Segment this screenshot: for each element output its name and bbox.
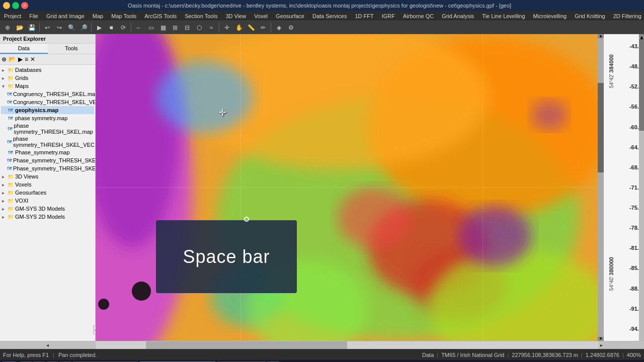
toolbar-btn-3d[interactable]: ◈ bbox=[273, 22, 284, 33]
scrollbar-vertical[interactable]: ▲ ▼ bbox=[598, 34, 604, 341]
pan-text: Pan completed. bbox=[58, 352, 97, 358]
scrollbar-h-thumb[interactable] bbox=[146, 341, 347, 349]
toolbar-btn-wave[interactable]: ≈ bbox=[206, 22, 217, 33]
menu-igrf[interactable]: IGRF bbox=[378, 12, 399, 20]
tree-label-phase1: phase symmetry.map bbox=[15, 115, 67, 121]
menu-airborne[interactable]: Airborne QC bbox=[399, 12, 438, 20]
tree-phase4[interactable]: 🗺 Phase_symmetry.map bbox=[1, 148, 94, 156]
title-bar: − □ ✕ Oasis montaj - c:\users\becky.bodg… bbox=[0, 0, 644, 11]
maximize-button[interactable]: □ bbox=[12, 2, 19, 9]
toolbar-btn-zoomout[interactable]: 🔎 bbox=[78, 22, 89, 33]
toolbar-btn-save[interactable]: 💾 bbox=[26, 22, 37, 33]
menu-file[interactable]: File bbox=[25, 12, 42, 20]
scrollbar-right-panel[interactable]: ▲ bbox=[639, 34, 644, 341]
svg-point-13 bbox=[458, 206, 531, 266]
scrollbar-down[interactable]: ▼ bbox=[598, 337, 604, 341]
tree-phase3[interactable]: 🗺 phase symmetry_THRESH_SKEL_VEC... bbox=[1, 135, 94, 148]
tree-phase6[interactable]: 🗺 Phase_symmetry_THRESH_SKEL_VEC... bbox=[1, 164, 94, 172]
menu-3dview[interactable]: 3D View bbox=[221, 12, 250, 20]
tree-phase5[interactable]: 🗺 Phase_symmetry_THRESH_SKEL.map bbox=[1, 156, 94, 164]
toolbar-btn-select[interactable]: ▭ bbox=[145, 22, 156, 33]
panel-toolbar-add[interactable]: ⊕ bbox=[1, 55, 7, 63]
tree-geosurfaces[interactable]: ▸ 📁 Geosurfaces bbox=[1, 189, 94, 197]
tree-geophysics[interactable]: 🗺 geophysics.map bbox=[1, 106, 94, 114]
tree-grids[interactable]: ▸ 📁 Grids bbox=[1, 74, 94, 82]
menu-2d-filtering[interactable]: 2D Filtering bbox=[609, 12, 644, 20]
menu-grid-analysis[interactable]: Grid Analysis bbox=[438, 12, 478, 20]
menu-grid-knitting[interactable]: Grid Knitting bbox=[571, 12, 609, 20]
menu-geosurface[interactable]: Geosurface bbox=[272, 12, 308, 20]
tree-label-congruency1: Congruency_THRESH_SKEL.map bbox=[13, 91, 95, 97]
toolbar-sep-5 bbox=[271, 23, 271, 32]
toolbar-btn-export[interactable]: ⬡ bbox=[194, 22, 205, 33]
toolbar-btn-grid[interactable]: ▦ bbox=[157, 22, 169, 33]
toolbar-btn-options[interactable]: ⚙ bbox=[285, 22, 296, 33]
tree-maps[interactable]: ▾ 📁 Maps bbox=[1, 82, 94, 90]
tree-voxi[interactable]: ▸ 📁 VOXI bbox=[1, 197, 94, 205]
toolbar-btn-undo[interactable]: ↩ bbox=[42, 22, 53, 33]
toolbar-btn-remove[interactable]: ⊟ bbox=[182, 22, 193, 33]
menu-1dfft[interactable]: 1D FFT bbox=[351, 12, 377, 20]
tree-phase2[interactable]: 🗺 phase symmetry_THRESH_SKEL.map bbox=[1, 122, 94, 135]
toolbar-btn-add[interactable]: ⊞ bbox=[170, 22, 181, 33]
panel-toolbar-close[interactable]: ✕ bbox=[30, 55, 36, 63]
menu-voxel[interactable]: Voxel bbox=[250, 12, 272, 20]
minimize-button[interactable]: − bbox=[3, 2, 10, 9]
tree-label-geosurfaces: Geosurfaces bbox=[15, 190, 46, 196]
scroll-right-arrow[interactable]: ▸ bbox=[600, 342, 603, 348]
map-canvas-area[interactable]: Space bar ✛ ▲ ▼ bbox=[96, 34, 604, 341]
toolbar-btn-pan[interactable]: ✋ bbox=[233, 22, 245, 33]
menu-arcgis[interactable]: ArcGIS Tools bbox=[140, 12, 181, 20]
close-button[interactable]: ✕ bbox=[21, 2, 28, 9]
menu-section[interactable]: Section Tools bbox=[181, 12, 221, 20]
tab-data[interactable]: Data bbox=[0, 44, 48, 54]
toolbar-btn-redo[interactable]: ↪ bbox=[54, 22, 65, 33]
tree-congruency2[interactable]: 🗺 Congruency_THRESH_SKEL_VEC.map bbox=[1, 98, 94, 106]
toolbar-btn-zoomin[interactable]: 🔍 bbox=[66, 22, 77, 33]
toolbar-sep-1 bbox=[39, 23, 40, 32]
folder-icon: 📁 bbox=[7, 66, 14, 73]
scrollbar-thumb-v[interactable] bbox=[598, 83, 604, 172]
menu-microlevelling[interactable]: Microlevelling bbox=[529, 12, 571, 20]
tree-gmsys3d[interactable]: ▸ 📁 GM-SYS 3D Models bbox=[1, 205, 94, 213]
panel-toolbar-open[interactable]: 📂 bbox=[8, 55, 17, 63]
toolbar-btn-new[interactable]: ⊕ bbox=[2, 22, 13, 33]
tree-label-gmsys2d: GM-SYS 2D Models bbox=[15, 214, 65, 220]
tree-databases[interactable]: ▸ 📁 Databases bbox=[1, 66, 94, 74]
scrollbar-h-track[interactable] bbox=[96, 341, 599, 349]
panel-toolbar-list[interactable]: ≡ bbox=[24, 55, 29, 63]
menu-data-services[interactable]: Data Services bbox=[308, 12, 351, 20]
menu-map[interactable]: Map bbox=[89, 12, 107, 20]
tree-label-phase2: phase symmetry_THRESH_SKEL.map bbox=[14, 123, 93, 135]
menu-tieline[interactable]: Tie Line Levelling bbox=[478, 12, 529, 20]
toolbar-1: ⊕ 📂 💾 ↩ ↪ 🔍 🔎 ▶ ■ ⟳ ← ▭ ▦ ⊞ ⊟ ⬡ ≈ ✛ ✋ 📏 … bbox=[0, 21, 644, 34]
scroll-left-arrow[interactable]: ◂ bbox=[46, 342, 49, 348]
horizontal-scrollbar-area: ◂ ▸ bbox=[0, 341, 644, 349]
panel-toolbar-play[interactable]: ▶ bbox=[18, 55, 23, 63]
scrollbar-right-up[interactable]: ▲ bbox=[639, 34, 644, 38]
tree-3dviews[interactable]: ▸ 📁 3D Views bbox=[1, 172, 94, 180]
tree-label-phase3: phase symmetry_THRESH_SKEL_VEC... bbox=[13, 136, 95, 148]
toolbar-btn-open[interactable]: 📂 bbox=[14, 22, 25, 33]
menu-map-tools[interactable]: Map Tools bbox=[107, 12, 140, 20]
tree-label-phase6: Phase_symmetry_THRESH_SKEL_VEC... bbox=[13, 165, 95, 171]
folder-icon-voxels: 📁 bbox=[7, 181, 14, 188]
toolbar-btn-measure[interactable]: 📏 bbox=[246, 22, 257, 33]
scrollbar-right-thumb[interactable] bbox=[639, 39, 644, 131]
tree-voxels[interactable]: ▸ 📁 Voxels bbox=[1, 180, 94, 189]
scrollbar-up[interactable]: ▲ bbox=[598, 34, 604, 38]
main-layout: Project Explorer Data Tools ⊕ 📂 ▶ ≡ ✕ ▸ … bbox=[0, 34, 644, 341]
toolbar-btn-refresh[interactable]: ⟳ bbox=[118, 22, 129, 33]
tree-label-geophysics: geophysics.map bbox=[15, 107, 58, 113]
toolbar-btn-stop[interactable]: ■ bbox=[106, 22, 117, 33]
toolbar-btn-cursor[interactable]: ✛ bbox=[221, 22, 232, 33]
menu-grid-image[interactable]: Grid and Image bbox=[42, 12, 89, 20]
tree-congruency1[interactable]: 🗺 Congruency_THRESH_SKEL.map bbox=[1, 90, 94, 98]
tab-tools[interactable]: Tools bbox=[48, 44, 96, 54]
menu-project[interactable]: Project bbox=[0, 12, 25, 20]
panel-resize-handle[interactable] bbox=[94, 0, 96, 362]
tree-phase1[interactable]: 🗺 phase symmetry.map bbox=[1, 114, 94, 122]
toolbar-btn-annotate[interactable]: ✏ bbox=[258, 22, 269, 33]
toolbar-btn-back[interactable]: ← bbox=[133, 22, 144, 33]
tree-gmsys2d[interactable]: ▸ 📁 GM-SYS 2D Models bbox=[1, 213, 94, 221]
